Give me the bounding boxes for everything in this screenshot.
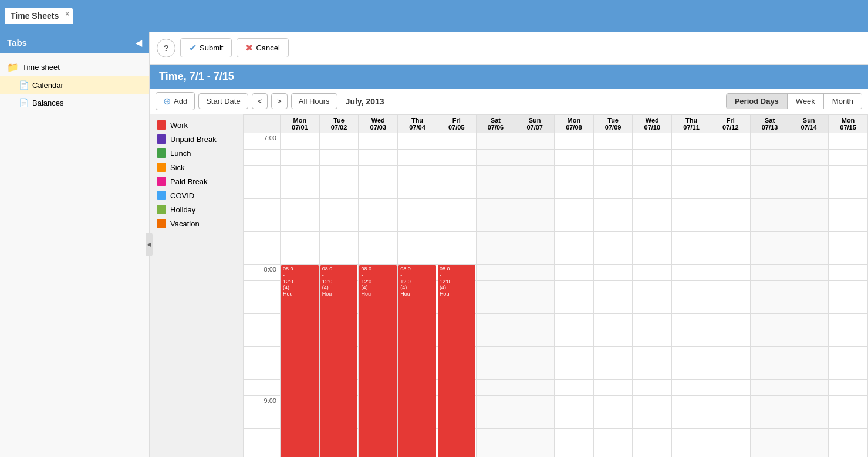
grid-cell-r18-c11[interactable] <box>711 429 750 445</box>
grid-cell-r11-c6[interactable] <box>515 314 555 330</box>
grid-cell-r7-c10[interactable] <box>672 248 711 265</box>
grid-cell-r7-c13[interactable] <box>789 248 829 265</box>
grid-cell-r7-c0[interactable] <box>281 248 320 265</box>
start-date-button[interactable]: Start Date <box>198 93 248 109</box>
grid-cell-r4-c11[interactable] <box>711 199 750 215</box>
grid-cell-r4-c9[interactable] <box>633 199 672 215</box>
grid-cell-r4-c10[interactable] <box>672 199 711 215</box>
grid-cell-r1-c5[interactable] <box>476 150 515 166</box>
grid-cell-r3-c4[interactable] <box>437 182 476 199</box>
grid-cell-r6-c10[interactable] <box>672 232 711 248</box>
grid-cell-r1-c4[interactable] <box>437 150 476 166</box>
work-block-morning-col0[interactable]: 08:0-12:0(4)Hou <box>281 265 319 457</box>
work-block-morning-col4[interactable]: 08:0-12:0(4)Hou <box>438 265 475 457</box>
grid-cell-r11-c14[interactable] <box>829 314 868 330</box>
grid-cell-r19-c7[interactable] <box>555 445 594 458</box>
grid-cell-r11-c9[interactable] <box>633 314 672 330</box>
grid-cell-r3-c1[interactable] <box>319 182 359 199</box>
grid-cell-r13-c7[interactable] <box>555 347 594 363</box>
grid-cell-r3-c8[interactable] <box>593 182 633 199</box>
grid-cell-r18-c9[interactable] <box>633 429 672 445</box>
work-block-morning-col3[interactable]: 08:0-12:0(4)Hou <box>398 265 436 457</box>
grid-cell-r7-c11[interactable] <box>711 248 750 265</box>
grid-cell-r1-c1[interactable] <box>319 150 359 166</box>
grid-cell-r4-c13[interactable] <box>789 199 829 215</box>
grid-cell-r17-c8[interactable] <box>593 412 633 429</box>
grid-cell-r8-c3[interactable]: 08:0-12:0(4)Hou <box>398 265 437 281</box>
grid-cell-r6-c9[interactable] <box>633 232 672 248</box>
grid-cell-r16-c8[interactable] <box>593 396 633 412</box>
grid-cell-r14-c9[interactable] <box>633 363 672 380</box>
sidebar-collapse-handle[interactable]: ◀ <box>146 233 153 256</box>
grid-cell-r4-c5[interactable] <box>476 199 515 215</box>
grid-cell-r4-c7[interactable] <box>555 199 594 215</box>
grid-cell-r15-c12[interactable] <box>750 380 789 396</box>
grid-cell-r9-c13[interactable] <box>789 281 829 297</box>
grid-cell-r10-c11[interactable] <box>711 297 750 314</box>
grid-cell-r11-c5[interactable] <box>476 314 515 330</box>
grid-cell-r6-c0[interactable] <box>281 232 320 248</box>
grid-cell-r12-c12[interactable] <box>750 330 789 347</box>
grid-cell-r14-c5[interactable] <box>476 363 515 380</box>
grid-cell-r5-c11[interactable] <box>711 215 750 232</box>
grid-cell-r16-c9[interactable] <box>633 396 672 412</box>
grid-cell-r13-c9[interactable] <box>633 347 672 363</box>
grid-cell-r7-c12[interactable] <box>750 248 789 265</box>
grid-cell-r11-c12[interactable] <box>750 314 789 330</box>
grid-cell-r2-c0[interactable] <box>281 166 320 182</box>
grid-cell-r7-c9[interactable] <box>633 248 672 265</box>
grid-cell-r10-c10[interactable] <box>672 297 711 314</box>
sidebar-item-balances[interactable]: 📄 Balances <box>0 94 149 111</box>
grid-cell-r2-c11[interactable] <box>711 166 750 182</box>
grid-cell-r7-c5[interactable] <box>476 248 515 265</box>
grid-cell-r12-c6[interactable] <box>515 330 555 347</box>
grid-cell-r6-c3[interactable] <box>398 232 437 248</box>
grid-cell-r6-c14[interactable] <box>829 232 868 248</box>
grid-cell-r17-c7[interactable] <box>555 412 594 429</box>
grid-cell-r14-c11[interactable] <box>711 363 750 380</box>
grid-cell-r11-c11[interactable] <box>711 314 750 330</box>
grid-cell-r2-c12[interactable] <box>750 166 789 182</box>
grid-cell-r0-c3[interactable] <box>398 133 437 150</box>
grid-cell-r17-c9[interactable] <box>633 412 672 429</box>
grid-cell-r1-c11[interactable] <box>711 150 750 166</box>
grid-cell-r3-c10[interactable] <box>672 182 711 199</box>
grid-cell-r7-c1[interactable] <box>319 248 359 265</box>
grid-cell-r2-c4[interactable] <box>437 166 476 182</box>
grid-cell-r1-c3[interactable] <box>398 150 437 166</box>
grid-cell-r0-c8[interactable] <box>593 133 633 150</box>
grid-cell-r7-c14[interactable] <box>829 248 868 265</box>
view-period-button[interactable]: Period Days <box>727 94 788 109</box>
grid-cell-r16-c5[interactable] <box>476 396 515 412</box>
grid-cell-r16-c12[interactable] <box>750 396 789 412</box>
grid-cell-r3-c3[interactable] <box>398 182 437 199</box>
close-icon[interactable]: × <box>65 10 69 18</box>
grid-cell-r8-c12[interactable] <box>750 265 789 281</box>
grid-cell-r18-c10[interactable] <box>672 429 711 445</box>
grid-cell-r0-c13[interactable] <box>789 133 829 150</box>
grid-cell-r5-c10[interactable] <box>672 215 711 232</box>
grid-cell-r15-c8[interactable] <box>593 380 633 396</box>
grid-cell-r18-c5[interactable] <box>476 429 515 445</box>
grid-cell-r0-c0[interactable] <box>281 133 320 150</box>
grid-cell-r6-c4[interactable] <box>437 232 476 248</box>
grid-cell-r15-c10[interactable] <box>672 380 711 396</box>
grid-cell-r16-c14[interactable] <box>829 396 868 412</box>
grid-cell-r8-c0[interactable]: 08:0-12:0(4)Hou <box>281 265 320 281</box>
grid-cell-r6-c5[interactable] <box>476 232 515 248</box>
grid-cell-r11-c8[interactable] <box>593 314 633 330</box>
grid-cell-r0-c11[interactable] <box>711 133 750 150</box>
grid-cell-r13-c8[interactable] <box>593 347 633 363</box>
grid-cell-r3-c12[interactable] <box>750 182 789 199</box>
grid-cell-r1-c8[interactable] <box>593 150 633 166</box>
grid-cell-r8-c7[interactable] <box>555 265 594 281</box>
grid-cell-r13-c14[interactable] <box>829 347 868 363</box>
grid-cell-r0-c1[interactable] <box>319 133 359 150</box>
grid-cell-r2-c7[interactable] <box>555 166 594 182</box>
help-button[interactable]: ? <box>157 39 175 57</box>
grid-cell-r1-c6[interactable] <box>515 150 555 166</box>
grid-cell-r19-c9[interactable] <box>633 445 672 458</box>
grid-cell-r8-c11[interactable] <box>711 265 750 281</box>
grid-cell-r18-c12[interactable] <box>750 429 789 445</box>
sidebar-collapse-icon[interactable]: ◀ <box>136 38 142 48</box>
